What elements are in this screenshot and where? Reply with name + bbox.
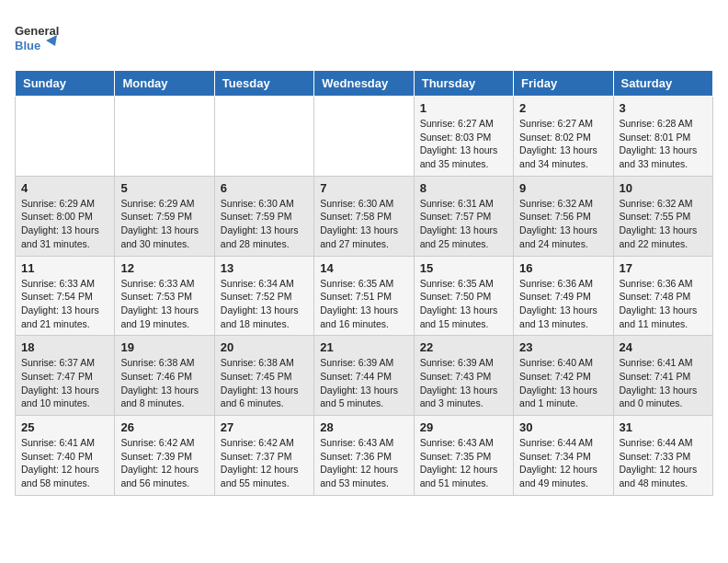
calendar-cell: 22Sunrise: 6:39 AM Sunset: 7:43 PM Dayli… [414, 336, 513, 416]
calendar-cell [214, 97, 313, 177]
day-info: Sunrise: 6:42 AM Sunset: 7:39 PM Dayligh… [120, 436, 208, 490]
day-number: 8 [420, 181, 507, 195]
logo: General Blue [15, 15, 61, 61]
calendar-cell: 13Sunrise: 6:34 AM Sunset: 7:52 PM Dayli… [214, 256, 313, 336]
calendar-cell: 3Sunrise: 6:28 AM Sunset: 8:01 PM Daylig… [613, 97, 712, 177]
day-info: Sunrise: 6:35 AM Sunset: 7:51 PM Dayligh… [320, 277, 407, 331]
calendar-cell: 17Sunrise: 6:36 AM Sunset: 7:48 PM Dayli… [613, 256, 712, 336]
day-info: Sunrise: 6:38 AM Sunset: 7:45 PM Dayligh… [221, 356, 308, 410]
day-info: Sunrise: 6:33 AM Sunset: 7:53 PM Dayligh… [120, 277, 208, 331]
day-info: Sunrise: 6:41 AM Sunset: 7:40 PM Dayligh… [21, 436, 108, 490]
day-number: 22 [420, 340, 507, 354]
calendar-cell: 15Sunrise: 6:35 AM Sunset: 7:50 PM Dayli… [414, 256, 513, 336]
calendar-cell: 8Sunrise: 6:31 AM Sunset: 7:57 PM Daylig… [414, 176, 513, 256]
day-number: 18 [21, 340, 108, 354]
calendar-cell: 12Sunrise: 6:33 AM Sunset: 7:53 PM Dayli… [115, 256, 214, 336]
day-number: 29 [420, 420, 507, 434]
svg-text:Blue: Blue [15, 39, 40, 52]
day-number: 27 [221, 420, 308, 434]
calendar-cell: 11Sunrise: 6:33 AM Sunset: 7:54 PM Dayli… [16, 256, 115, 336]
calendar-cell: 18Sunrise: 6:37 AM Sunset: 7:47 PM Dayli… [16, 336, 115, 416]
day-number: 20 [221, 340, 308, 354]
day-info: Sunrise: 6:44 AM Sunset: 7:33 PM Dayligh… [620, 436, 707, 490]
day-info: Sunrise: 6:27 AM Sunset: 8:03 PM Dayligh… [420, 117, 507, 171]
calendar-cell: 27Sunrise: 6:42 AM Sunset: 7:37 PM Dayli… [214, 416, 313, 496]
day-number: 5 [120, 181, 208, 195]
calendar-cell [115, 97, 214, 177]
day-info: Sunrise: 6:39 AM Sunset: 7:43 PM Dayligh… [420, 356, 507, 410]
calendar-cell: 28Sunrise: 6:43 AM Sunset: 7:36 PM Dayli… [314, 416, 414, 496]
day-info: Sunrise: 6:38 AM Sunset: 7:46 PM Dayligh… [120, 356, 208, 410]
day-info: Sunrise: 6:33 AM Sunset: 7:54 PM Dayligh… [21, 277, 108, 331]
day-number: 12 [120, 261, 208, 275]
day-info: Sunrise: 6:35 AM Sunset: 7:50 PM Dayligh… [420, 277, 507, 331]
day-number: 25 [21, 420, 108, 434]
day-info: Sunrise: 6:32 AM Sunset: 7:55 PM Dayligh… [620, 197, 707, 251]
day-number: 28 [320, 420, 407, 434]
logo-svg: General Blue [15, 15, 61, 61]
day-info: Sunrise: 6:29 AM Sunset: 7:59 PM Dayligh… [120, 197, 208, 251]
day-info: Sunrise: 6:34 AM Sunset: 7:52 PM Dayligh… [221, 277, 308, 331]
day-number: 9 [519, 181, 607, 195]
day-info: Sunrise: 6:43 AM Sunset: 7:36 PM Dayligh… [320, 436, 407, 490]
day-info: Sunrise: 6:30 AM Sunset: 7:58 PM Dayligh… [320, 197, 407, 251]
day-info: Sunrise: 6:29 AM Sunset: 8:00 PM Dayligh… [21, 197, 108, 251]
day-info: Sunrise: 6:43 AM Sunset: 7:35 PM Dayligh… [420, 436, 507, 490]
calendar-cell: 23Sunrise: 6:40 AM Sunset: 7:42 PM Dayli… [514, 336, 613, 416]
weekday-header-sunday: Sunday [16, 71, 115, 97]
weekday-header-monday: Monday [115, 71, 214, 97]
calendar-cell: 9Sunrise: 6:32 AM Sunset: 7:56 PM Daylig… [514, 176, 613, 256]
day-number: 1 [420, 101, 507, 115]
day-info: Sunrise: 6:37 AM Sunset: 7:47 PM Dayligh… [21, 356, 108, 410]
calendar-cell: 14Sunrise: 6:35 AM Sunset: 7:51 PM Dayli… [314, 256, 414, 336]
calendar-cell: 4Sunrise: 6:29 AM Sunset: 8:00 PM Daylig… [16, 176, 115, 256]
weekday-header-thursday: Thursday [414, 71, 513, 97]
calendar-cell: 31Sunrise: 6:44 AM Sunset: 7:33 PM Dayli… [613, 416, 712, 496]
calendar-cell: 21Sunrise: 6:39 AM Sunset: 7:44 PM Dayli… [314, 336, 414, 416]
calendar-cell [314, 97, 414, 177]
day-info: Sunrise: 6:31 AM Sunset: 7:57 PM Dayligh… [420, 197, 507, 251]
calendar-cell: 25Sunrise: 6:41 AM Sunset: 7:40 PM Dayli… [16, 416, 115, 496]
day-info: Sunrise: 6:44 AM Sunset: 7:34 PM Dayligh… [519, 436, 607, 490]
calendar-cell: 7Sunrise: 6:30 AM Sunset: 7:58 PM Daylig… [314, 176, 414, 256]
weekday-header-wednesday: Wednesday [314, 71, 414, 97]
weekday-header-saturday: Saturday [613, 71, 712, 97]
day-number: 24 [620, 340, 707, 354]
day-info: Sunrise: 6:39 AM Sunset: 7:44 PM Dayligh… [320, 356, 407, 410]
calendar-cell: 29Sunrise: 6:43 AM Sunset: 7:35 PM Dayli… [414, 416, 513, 496]
calendar-table: SundayMondayTuesdayWednesdayThursdayFrid… [15, 70, 713, 496]
day-number: 11 [21, 261, 108, 275]
calendar-cell: 2Sunrise: 6:27 AM Sunset: 8:02 PM Daylig… [514, 97, 613, 177]
calendar-cell: 26Sunrise: 6:42 AM Sunset: 7:39 PM Dayli… [115, 416, 214, 496]
day-number: 10 [620, 181, 707, 195]
day-number: 16 [519, 261, 607, 275]
svg-text:General: General [15, 24, 59, 38]
day-info: Sunrise: 6:27 AM Sunset: 8:02 PM Dayligh… [519, 117, 607, 171]
header: General Blue [15, 15, 713, 61]
calendar-cell: 30Sunrise: 6:44 AM Sunset: 7:34 PM Dayli… [514, 416, 613, 496]
day-number: 21 [320, 340, 407, 354]
day-info: Sunrise: 6:36 AM Sunset: 7:49 PM Dayligh… [519, 277, 607, 331]
day-number: 19 [120, 340, 208, 354]
day-number: 13 [221, 261, 308, 275]
day-number: 23 [519, 340, 607, 354]
calendar-cell: 5Sunrise: 6:29 AM Sunset: 7:59 PM Daylig… [115, 176, 214, 256]
calendar-cell: 24Sunrise: 6:41 AM Sunset: 7:41 PM Dayli… [613, 336, 712, 416]
weekday-header-tuesday: Tuesday [214, 71, 313, 97]
day-number: 15 [420, 261, 507, 275]
day-number: 3 [620, 101, 707, 115]
weekday-header-friday: Friday [514, 71, 613, 97]
day-number: 30 [519, 420, 607, 434]
day-number: 31 [620, 420, 707, 434]
day-number: 6 [221, 181, 308, 195]
day-info: Sunrise: 6:28 AM Sunset: 8:01 PM Dayligh… [620, 117, 707, 171]
day-info: Sunrise: 6:40 AM Sunset: 7:42 PM Dayligh… [519, 356, 607, 410]
day-info: Sunrise: 6:36 AM Sunset: 7:48 PM Dayligh… [620, 277, 707, 331]
calendar-cell: 20Sunrise: 6:38 AM Sunset: 7:45 PM Dayli… [214, 336, 313, 416]
day-number: 7 [320, 181, 407, 195]
calendar-cell: 6Sunrise: 6:30 AM Sunset: 7:59 PM Daylig… [214, 176, 313, 256]
day-number: 4 [21, 181, 108, 195]
day-number: 14 [320, 261, 407, 275]
day-number: 26 [120, 420, 208, 434]
day-number: 17 [620, 261, 707, 275]
